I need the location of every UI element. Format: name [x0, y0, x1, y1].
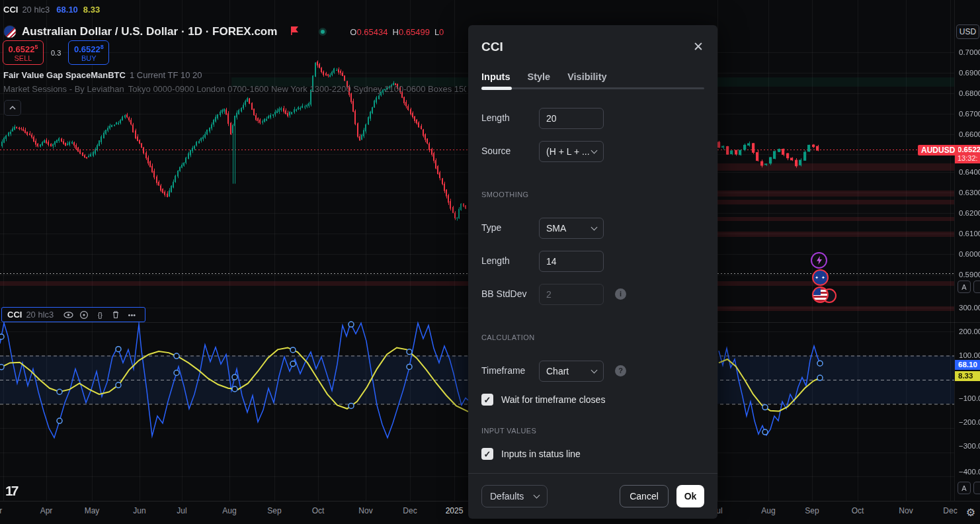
auto-scale-button-main[interactable]: A — [958, 281, 971, 293]
cci-tick: 300.00 — [959, 304, 980, 312]
inputs-status-line-checkbox-row[interactable]: ✓ Inputs in status line — [481, 448, 581, 460]
sell-button[interactable]: 0.65225 SELL — [3, 40, 44, 65]
market-status-icon[interactable] — [319, 28, 327, 36]
auto-scale-button-cci[interactable]: A — [958, 482, 971, 494]
info-icon[interactable]: i — [615, 288, 626, 300]
source-select[interactable]: (H + L + ... — [539, 141, 604, 162]
symbol-row: Australian Dollar / U.S. Dollar · 1D · F… — [3, 24, 444, 40]
symbol-title[interactable]: Australian Dollar / U.S. Dollar · 1D · F… — [22, 25, 277, 38]
event-au-flag-icon[interactable]: ✦ ✦ — [812, 269, 829, 286]
cci-status-line[interactable]: CCI20 hlc368.108.33 — [3, 5, 100, 15]
cci-status-title: CCI — [3, 5, 18, 15]
indicator-row-fvg[interactable]: Fair Value Gap SpaceManBTC1 Current TF 1… — [3, 70, 202, 80]
cci-settings-dialog: CCI ✕ InputsStyleVisibility Length Sourc… — [468, 25, 717, 519]
source-code-icon[interactable]: {} — [92, 309, 108, 321]
time-tick: Oct — [312, 506, 325, 515]
buy-button[interactable]: 0.65228 BUY — [68, 40, 109, 65]
currency-button[interactable]: USD — [956, 24, 979, 39]
wait-timeframe-checkbox-row[interactable]: ✓ Wait for timeframe closes — [481, 394, 605, 406]
more-icon[interactable]: ••• — [124, 309, 140, 321]
ok-button[interactable]: Ok — [676, 485, 704, 507]
collapse-legend-button[interactable] — [4, 100, 21, 116]
checkbox-checked-icon[interactable]: ✓ — [481, 448, 493, 460]
cci-status-value-blue: 68.10 — [56, 5, 78, 15]
length-label: Length — [481, 112, 510, 123]
delete-icon[interactable] — [108, 309, 124, 321]
symbol-price-flag: AUDUSD — [918, 145, 958, 155]
tradingview-logo[interactable]: 17 — [5, 483, 17, 499]
price-tick: 0.6800 — [959, 89, 980, 97]
countdown: 13:32: — [958, 154, 978, 162]
cci-status-value-yellow: 8.33 — [83, 5, 100, 15]
time-tick: Aug — [222, 506, 236, 515]
ms-name: Market Sessions - By Leviathan — [3, 84, 124, 94]
help-icon[interactable]: ? — [615, 365, 626, 376]
chevron-down-icon — [591, 367, 598, 373]
timeframe-select[interactable]: Chart — [539, 361, 604, 382]
tab-visibility[interactable]: Visibility — [567, 71, 606, 82]
fvg-params: 1 Current TF 10 20 — [130, 70, 202, 80]
bb-stddev-input[interactable] — [539, 284, 604, 305]
flag-bookmark-icon[interactable] — [289, 25, 300, 39]
price-tick: 0.6000 — [959, 250, 980, 258]
time-tick: Mar — [0, 506, 2, 515]
price-tick: 0.6300 — [959, 189, 980, 196]
input-values-header: INPUT VALUES — [481, 427, 536, 435]
cci-tick: 100.00 — [959, 351, 980, 359]
ohlc-value: 0.65207 — [439, 27, 444, 37]
cci-legend-params: 20 hlc3 — [26, 310, 54, 320]
bb-stddev-label: BB StdDev — [481, 288, 526, 299]
tab-track — [481, 87, 704, 89]
checkbox-checked-icon[interactable]: ✓ — [481, 394, 493, 406]
ohlc-key: H — [392, 27, 398, 37]
time-tick: Aug — [761, 506, 775, 515]
price-tick: 0.7000 — [959, 48, 980, 56]
pair-flags-icon — [3, 25, 17, 38]
price-tick: 0.6900 — [959, 69, 980, 77]
chevron-down-icon — [534, 492, 540, 498]
smoothing-length-label: Length — [481, 255, 510, 266]
dialog-title: CCI — [481, 40, 503, 54]
cci-tick: −300.00 — [959, 442, 980, 450]
log-scale-button-main[interactable] — [973, 281, 980, 293]
event-bolt-icon[interactable] — [811, 252, 827, 269]
buy-label: BUY — [81, 54, 97, 63]
defaults-button[interactable]: Defaults — [481, 485, 548, 507]
price-tick: 0.6100 — [959, 230, 980, 238]
price-tick: 0.6700 — [959, 110, 980, 118]
dialog-footer: Defaults Cancel Ok — [468, 473, 717, 519]
tab-inputs[interactable]: Inputs — [481, 71, 510, 82]
time-axis-settings-gear-icon[interactable]: ⚙ — [963, 504, 979, 520]
buy-price: 0.65228 — [74, 42, 104, 54]
eye-icon[interactable] — [60, 309, 76, 321]
fvg-name: Fair Value Gap SpaceManBTC — [3, 70, 126, 80]
smoothing-length-input[interactable] — [539, 251, 604, 272]
calculation-header: CALCULATION — [481, 333, 535, 341]
close-icon[interactable]: ✕ — [691, 40, 706, 54]
indicator-row-market-sessions[interactable]: Market Sessions - By LeviathanTokyo 0000… — [3, 84, 466, 94]
dialog-tabs: InputsStyleVisibility — [481, 71, 607, 82]
cci-pane-legend[interactable]: CCI 20 hlc3 {} ••• — [1, 307, 145, 322]
cci-tick: −100.00 — [959, 394, 980, 402]
tab-style[interactable]: Style — [528, 71, 551, 82]
settings-icon[interactable] — [76, 309, 92, 321]
log-scale-button-cci[interactable] — [973, 482, 980, 494]
price-axis[interactable]: USD 0.70000.69000.68000.67000.66000.6400… — [954, 0, 980, 501]
length-input[interactable] — [539, 108, 604, 129]
price-tick: 0.6400 — [959, 168, 980, 176]
ohlc-value: 0.65499 — [399, 27, 430, 37]
price-tick: 0.6200 — [959, 209, 980, 217]
smoothing-type-select[interactable]: SMA — [539, 218, 604, 239]
time-tick: Apr — [40, 506, 53, 515]
type-label: Type — [481, 222, 501, 233]
cci-status-params: 20 hlc3 — [22, 5, 50, 15]
chevron-down-icon — [591, 224, 598, 230]
cci-tick: −200.00 — [959, 418, 980, 426]
event-us-flag-icon[interactable] — [812, 286, 829, 303]
cci-value-label-yellow: 8.33 — [955, 371, 980, 381]
cci-legend-title: CCI — [7, 310, 22, 320]
cancel-button[interactable]: Cancel — [620, 485, 669, 507]
spread-value: 0.3 — [49, 48, 63, 58]
sell-price: 0.65225 — [9, 42, 38, 54]
active-tab-indicator — [481, 87, 512, 90]
